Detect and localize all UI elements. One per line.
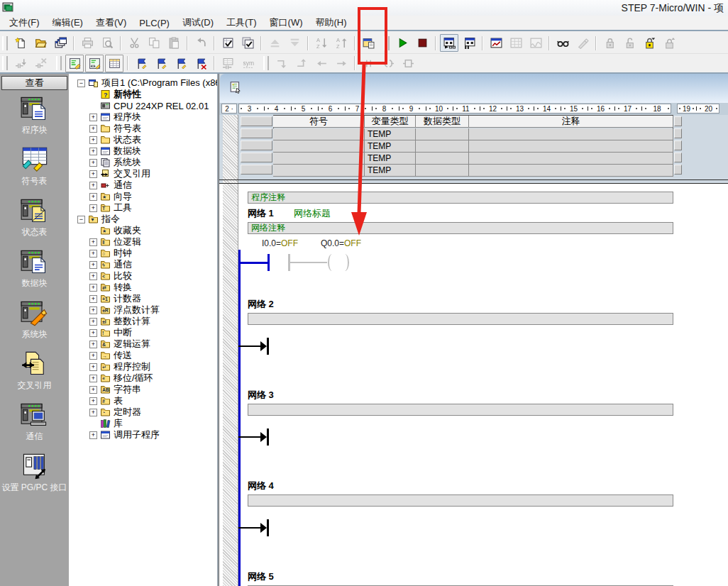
download-button[interactable] (285, 34, 304, 52)
tree-expand-box[interactable]: + (89, 295, 97, 303)
empty-network-cursor[interactable] (238, 519, 271, 537)
unforce-button[interactable] (620, 34, 639, 52)
open-project-button[interactable] (31, 34, 50, 52)
tree-expand-box[interactable]: + (89, 238, 97, 246)
tree-expand-box[interactable]: + (89, 341, 97, 348)
network-1-title[interactable]: 网络标题 (294, 207, 331, 220)
tree-expand-box[interactable]: + (89, 272, 97, 280)
tree-expand-box[interactable]: + (89, 363, 97, 371)
menu-item-4[interactable]: 调试(D) (176, 15, 220, 31)
tree-expand-box[interactable]: + (89, 409, 97, 416)
tree-item-5[interactable]: +状态表 (69, 134, 217, 145)
undo-button[interactable] (192, 34, 210, 52)
menu-item-0[interactable]: 文件(F) (3, 15, 46, 31)
table-cell[interactable] (469, 140, 673, 153)
chart-status-button[interactable] (487, 34, 505, 52)
tree-expand-box[interactable]: + (89, 329, 97, 337)
network-2-comment-bar[interactable] (248, 313, 673, 325)
contact-symbol[interactable] (268, 254, 270, 271)
sort-ascending-button[interactable] (312, 34, 331, 52)
table-row-header[interactable] (241, 128, 272, 138)
viewbar-item-状态表[interactable]: 状态表 (0, 197, 69, 238)
toggle-bookmark-button[interactable] (132, 55, 150, 72)
tree-item-11[interactable]: +T工具 (69, 202, 217, 214)
tree-item-10[interactable]: +★向导 (69, 191, 217, 202)
tree-item-13[interactable]: ★收藏夹 (69, 225, 217, 236)
menu-item-3[interactable]: PLC(P) (133, 16, 176, 30)
tree-expand-box[interactable]: + (89, 261, 97, 269)
menu-item-6[interactable]: 窗口(W) (263, 15, 309, 31)
tree-item-28[interactable]: +#表 (69, 395, 217, 407)
table-row-header[interactable] (241, 116, 272, 126)
program-comment-bar[interactable]: 程序注释 (248, 192, 673, 204)
table-cell[interactable]: TEMP (365, 153, 416, 165)
tree-item-2[interactable]: CPU 224XP REL 02.01 (69, 100, 217, 111)
pou-comments-view-button[interactable] (65, 55, 84, 72)
next-bookmark-button[interactable] (152, 55, 170, 72)
network-3-label[interactable]: 网络 3 (248, 389, 274, 402)
run-button[interactable] (393, 34, 412, 52)
line-up-button[interactable] (292, 55, 311, 72)
menu-item-7[interactable]: 帮助(H) (309, 15, 353, 31)
tree-item-26[interactable]: +«移位/循环 (69, 372, 217, 384)
tree-item-17[interactable]: +<比较 (69, 270, 217, 282)
tree-item-8[interactable]: +交叉引用 (69, 168, 217, 179)
tree-item-9[interactable]: +通信 (69, 179, 217, 191)
tree-expand-box[interactable]: + (89, 284, 97, 292)
network-1-label[interactable]: 网络 1 (248, 207, 274, 220)
network-1-comment-bar[interactable]: 网络注释 (248, 222, 673, 234)
table-cell[interactable] (416, 140, 469, 153)
tree-expand-box[interactable]: + (89, 352, 97, 360)
tree-item-18[interactable]: +⇄转换 (69, 282, 217, 293)
print-preview-button[interactable] (98, 34, 116, 52)
tree-item-31[interactable]: +调用子程序 (69, 429, 217, 441)
table-cell[interactable] (469, 153, 673, 165)
tree-item-21[interactable]: +±I整数计算 (69, 316, 217, 327)
insert-box-button[interactable] (399, 55, 417, 72)
toggle-symbol-addressing-button[interactable] (238, 55, 257, 72)
table-row-header[interactable] (241, 140, 272, 150)
empty-network-cursor[interactable] (238, 337, 271, 355)
tree-item-1[interactable]: 新特性 (69, 89, 217, 100)
tree-item-30[interactable]: 库 (69, 418, 217, 429)
tree-expand-box[interactable]: + (89, 250, 97, 258)
tree-expand-box[interactable]: + (89, 204, 97, 212)
table-cell[interactable] (416, 153, 469, 165)
unforce-all-button[interactable] (660, 34, 678, 52)
line-left-button[interactable] (312, 55, 331, 72)
tree-expand-box[interactable]: + (89, 114, 97, 121)
tree-expand-box[interactable]: − (77, 216, 85, 223)
pane-splitter[interactable] (219, 179, 728, 180)
viewbar-item-系统块[interactable]: 系统块 (0, 299, 69, 341)
insert-coil-button[interactable] (379, 55, 397, 72)
tree-expand-box[interactable]: + (89, 386, 97, 394)
menu-item-1[interactable]: 编辑(E) (46, 15, 89, 31)
viewbar-item-符号表[interactable]: 符号表 (0, 145, 69, 187)
table-cell[interactable] (469, 165, 673, 177)
viewbar-header[interactable]: 查看 (1, 76, 67, 90)
tree-item-0[interactable]: −项目1 (C:\Program Files (x86)\Sie (69, 77, 217, 89)
read-all-button[interactable] (553, 34, 572, 52)
tree-item-29[interactable]: +◔定时器 (69, 407, 217, 418)
tree-item-6[interactable]: +数据块 (69, 145, 217, 157)
table-row-header[interactable] (241, 165, 272, 175)
viewbar-item-交叉引用[interactable]: 交叉引用 (0, 350, 69, 392)
table-cell[interactable] (273, 140, 365, 153)
network-comments-view-button[interactable] (85, 55, 104, 72)
table-column-header[interactable]: 注释 (469, 116, 673, 128)
tree-expand-box[interactable]: + (89, 148, 97, 155)
toolbar-grip[interactable] (2, 36, 8, 50)
previous-bookmark-button[interactable] (172, 55, 190, 72)
tree-expand-box[interactable]: − (77, 79, 85, 87)
tree-item-22[interactable]: +!中断 (69, 327, 217, 338)
tree-expand-box[interactable]: + (89, 136, 97, 144)
table-cell[interactable] (416, 128, 469, 140)
compile-button[interactable] (219, 34, 237, 52)
save-project-button[interactable] (51, 34, 70, 52)
tree-item-20[interactable]: +±R浮点数计算 (69, 304, 217, 316)
contact-operand-label[interactable]: I0.0=OFF (262, 238, 298, 248)
symbol-table-button[interactable] (219, 55, 237, 72)
ladder-editor[interactable]: 程序注释 网络 1 网络标题 网络注释 I0.0=OFF Q0.0=OFF 网络… (219, 184, 728, 586)
coil-symbol[interactable] (328, 254, 336, 271)
read-force-values-button[interactable] (640, 34, 658, 52)
